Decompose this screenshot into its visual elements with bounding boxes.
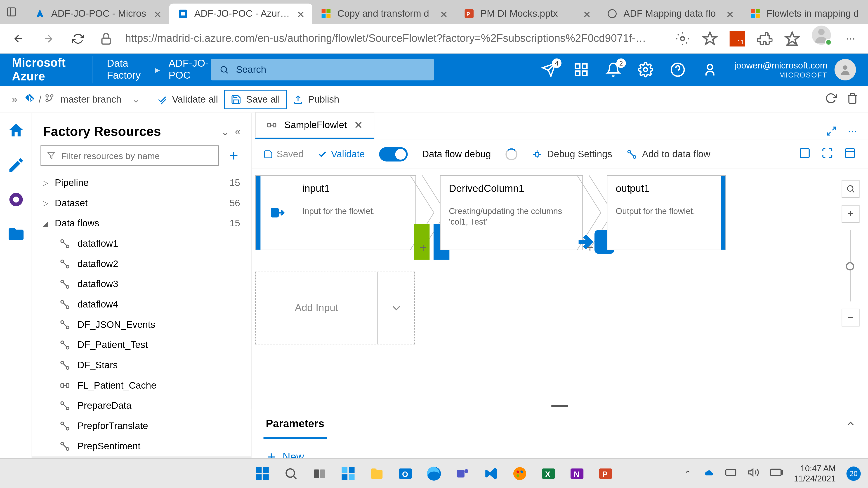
zoom-slider[interactable] [850, 230, 851, 301]
tree-group-pipeline[interactable]: ▷ Pipeline 15 [32, 173, 251, 193]
add-step-icon[interactable]: + [420, 241, 427, 255]
tree-item[interactable]: PrepareData [32, 396, 251, 416]
editor-tab-sampleflowlet[interactable]: SampleFlowlet ✕ [255, 112, 374, 139]
keyboard-icon[interactable] [725, 466, 737, 480]
breadcrumb-item[interactable]: ADF-JO-POC [168, 58, 211, 82]
collapse-panel-icon[interactable]: « [235, 126, 240, 137]
vscode-icon[interactable] [481, 463, 501, 484]
tree-item[interactable]: FL_Patient_Cache [32, 375, 251, 396]
explorer-icon[interactable] [367, 463, 387, 484]
tree-item[interactable]: dataflow4 [32, 294, 251, 315]
outlook-icon[interactable]: O [395, 463, 415, 484]
home-icon[interactable] [7, 122, 25, 139]
volume-icon[interactable] [747, 466, 760, 480]
battery-icon[interactable] [770, 468, 783, 479]
add-step-icon[interactable]: + [587, 241, 594, 255]
monitor-icon[interactable] [7, 191, 25, 208]
tree-item[interactable]: DF_Patient_Test [32, 335, 251, 355]
code-view-icon[interactable] [822, 147, 833, 161]
search-input[interactable] [236, 64, 426, 75]
edge-icon[interactable] [424, 463, 444, 484]
tree-group-dataflows[interactable]: ◢ Data flows 15 [32, 213, 251, 234]
expand-all-icon[interactable]: ⌄ [221, 126, 229, 137]
properties-icon[interactable] [844, 147, 856, 161]
close-icon[interactable]: ✕ [354, 119, 363, 132]
tray-chevron-icon[interactable]: ⌃ [684, 468, 691, 478]
notification-center[interactable]: 20 [846, 466, 861, 480]
publish-button[interactable]: Publish [286, 90, 345, 108]
add-to-dataflow-button[interactable]: Add to data flow [627, 149, 710, 159]
chevron-down-icon[interactable]: ⌄ [121, 94, 151, 105]
browser-tab-4[interactable]: ADF Mapping data flo ✕ [598, 4, 742, 24]
close-icon[interactable]: ✕ [297, 9, 306, 19]
filter-input-wrapper[interactable] [40, 145, 219, 166]
flow-node-output1[interactable]: output1 Output for the flowlet. [607, 175, 726, 250]
teams-icon[interactable] [452, 463, 473, 484]
onedrive-icon[interactable] [702, 466, 714, 480]
browser-tab-0[interactable]: ADF-JO-POC - Micros ✕ [26, 4, 169, 24]
author-icon[interactable] [7, 156, 25, 174]
favorite-icon[interactable] [702, 31, 718, 46]
breadcrumb-item[interactable]: Data Factory [107, 58, 147, 82]
close-icon[interactable]: ✕ [440, 9, 450, 19]
parameters-tab[interactable]: Parameters [264, 411, 327, 439]
zoom-in-icon[interactable]: + [842, 205, 860, 223]
zoom-out-icon[interactable]: − [842, 308, 860, 326]
delete-icon[interactable] [846, 92, 859, 106]
help-icon[interactable] [670, 62, 686, 77]
browser-tab-5[interactable]: Flowlets in mapping d ✕ [741, 4, 868, 24]
start-icon[interactable] [252, 463, 272, 484]
browser-tab-3[interactable]: P PM DI Mocks.pptx ✕ [456, 4, 598, 24]
browser-tab-1[interactable]: ADF-JO-POC - Azure D ✕ [169, 4, 312, 24]
onenote-icon[interactable]: N [567, 463, 587, 484]
filter-input[interactable] [61, 151, 212, 161]
branch-selector[interactable]: master branch [60, 94, 121, 104]
directories-icon[interactable] [574, 62, 589, 77]
flow-node-input1[interactable]: input1 Input for the flowlet. [255, 175, 416, 250]
tree-item[interactable]: dataflow2 [32, 254, 251, 274]
chevron-up-icon[interactable] [845, 418, 856, 431]
chevron-down-icon[interactable] [377, 272, 414, 344]
validate-button[interactable]: Validate [318, 149, 365, 159]
excel-icon[interactable]: X [538, 463, 559, 484]
user-icon[interactable] [702, 62, 718, 77]
tree-item[interactable]: PrepforTranslate [32, 416, 251, 436]
expand-toggle-icon[interactable]: » [5, 94, 24, 104]
extension-badge[interactable]: 11 [730, 31, 745, 46]
widgets-icon[interactable] [338, 463, 358, 484]
refresh-icon[interactable] [69, 30, 87, 47]
close-icon[interactable]: ✕ [726, 9, 736, 19]
tree-item[interactable]: dataflow1 [32, 234, 251, 254]
refresh-icon[interactable] [825, 92, 837, 106]
flow-node-derivedcolumn1[interactable]: DerivedColumn1 Creating/updating the col… [440, 175, 583, 250]
search-taskbar-icon[interactable] [281, 463, 301, 484]
add-input-button[interactable]: Add Input [255, 271, 415, 344]
tree-item[interactable]: DF_Stars [32, 355, 251, 376]
tree-group-dataset[interactable]: ▷ Dataset 56 [32, 193, 251, 213]
zoom-fit-icon[interactable] [799, 147, 811, 161]
clock[interactable]: 10:47 AM 11/24/2021 [794, 463, 836, 484]
validate-all-button[interactable]: Validate all [151, 90, 224, 108]
azure-title[interactable]: Microsoft Azure [12, 56, 93, 84]
panel-resize-handle[interactable] [551, 404, 569, 408]
favorites-list-icon[interactable] [784, 31, 800, 46]
task-view-icon[interactable] [309, 463, 330, 484]
tree-item[interactable]: PrepSentiment [32, 436, 251, 456]
tab-manager-icon[interactable] [6, 2, 17, 22]
fullscreen-icon[interactable] [826, 126, 837, 139]
manage-icon[interactable] [7, 225, 25, 243]
lock-icon[interactable] [99, 31, 113, 45]
tree-item[interactable]: DF_JSON_Events [32, 315, 251, 335]
powerpoint-icon[interactable]: P [595, 463, 616, 484]
address-bar[interactable]: https://madrid-ci.azure.com/en-us/author… [125, 32, 663, 44]
debug-toggle[interactable] [379, 147, 408, 161]
browser-tab-2[interactable]: Copy and transform d ✕ [312, 4, 456, 24]
close-icon[interactable]: ✕ [583, 9, 592, 19]
more-icon[interactable]: ⋯ [848, 126, 857, 139]
extensions-icon[interactable] [757, 31, 773, 46]
feedback-icon[interactable]: 4 [541, 62, 557, 77]
tree-item[interactable]: dataflow3 [32, 274, 251, 294]
notifications-icon[interactable]: 2 [606, 62, 621, 77]
back-icon[interactable] [9, 30, 27, 47]
search-canvas-icon[interactable] [842, 180, 860, 198]
